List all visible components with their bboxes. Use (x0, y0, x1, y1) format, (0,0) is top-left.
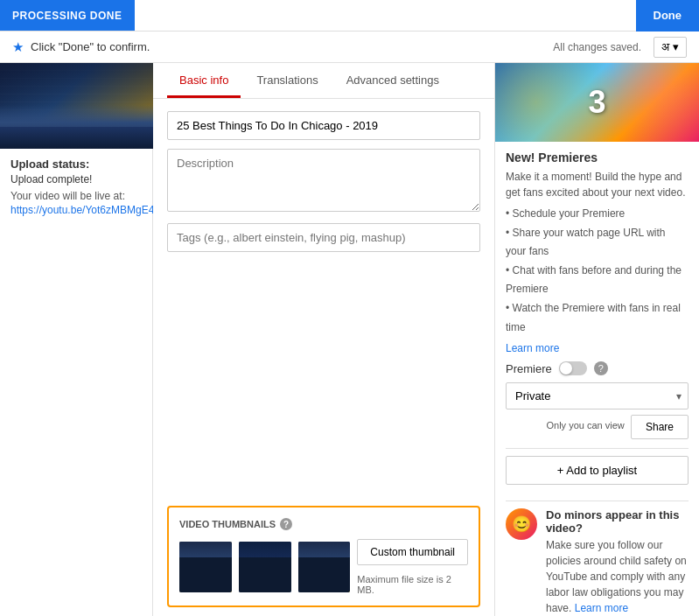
tab-basic-info[interactable]: Basic info (167, 63, 241, 98)
content-guidance-item-1: 😊 Do minors appear in this video? Make s… (506, 508, 689, 616)
video-thumb-inner (0, 63, 153, 149)
notif-right: All changes saved. अ ▾ (553, 37, 687, 58)
top-bar: PROCESSING DONE Done (0, 0, 699, 32)
thumbnails-title-text: VIDEO THUMBNAILS (179, 519, 276, 529)
premiere-toggle-row: Premiere ? (506, 361, 689, 375)
thumbnails-help-icon[interactable]: ? (280, 518, 292, 530)
tab-advanced-settings[interactable]: Advanced settings (334, 63, 451, 98)
right-content: New! Premieres Make it a moment! Build t… (495, 142, 699, 616)
water-reflection-layer (0, 127, 153, 149)
toggle-knob (560, 362, 572, 374)
divider-2 (506, 500, 689, 501)
upload-complete-text: Upload complete! (10, 173, 142, 186)
max-file-size-note: Maximum file size is 2 MB. (357, 574, 468, 595)
guidance-learn-more-1[interactable]: Learn more (575, 602, 628, 614)
premiere-list: • Schedule your Premiere • Share your wa… (506, 205, 689, 337)
guidance-icon-1: 😊 (506, 508, 537, 540)
upload-status-title: Upload status: (10, 158, 142, 171)
privacy-select[interactable]: Private Public Unlisted (506, 382, 689, 410)
right-panel: 3 New! Premieres Make it a moment! Build… (494, 63, 699, 616)
video-thumbnail-main (0, 63, 153, 149)
thumbnails-section: VIDEO THUMBNAILS ? (167, 506, 480, 607)
guidance-desc-1: Make sure you follow our policies around… (546, 537, 689, 616)
upload-status-area: Upload status: Upload complete! Your vid… (0, 149, 152, 225)
add-to-playlist-button[interactable]: + Add to playlist (506, 456, 689, 485)
video-link[interactable]: https://youtu.be/Yot6zMBMgE4 (10, 204, 142, 216)
premiere-toggle[interactable] (559, 361, 587, 375)
title-input[interactable] (167, 111, 480, 140)
notif-text: Click "Done" to confirm. (31, 40, 150, 53)
processing-done-text: PROCESSING DONE (12, 10, 122, 22)
thumbnail-actions: Custom thumbnail Maximum file size is 2 … (357, 539, 468, 595)
thumb-city-1 (179, 542, 232, 592)
guidance-text-1: Do minors appear in this video? Make sur… (546, 508, 689, 616)
all-changes-saved: All changes saved. (553, 41, 641, 53)
thumb-city-2 (239, 542, 291, 592)
privacy-note: Only you can view (546, 420, 624, 430)
thumbnails-title: VIDEO THUMBNAILS ? (179, 518, 468, 530)
premiere-help-icon[interactable]: ? (594, 361, 608, 375)
description-textarea[interactable] (167, 149, 480, 212)
premiere-bullet-4: • Watch the Premiere with fans in real t… (506, 299, 689, 337)
premiere-bullet-2: • Share your watch page URL with your fa… (506, 224, 689, 262)
custom-thumbnail-button[interactable]: Custom thumbnail (357, 539, 468, 565)
language-button[interactable]: अ ▾ (654, 37, 687, 58)
premiere-title: New! Premieres (506, 150, 689, 164)
notif-left: ★ Click "Done" to confirm. (12, 39, 150, 55)
share-button[interactable]: Share (631, 415, 689, 439)
premiere-number: 3 (588, 84, 605, 121)
form-area (153, 99, 494, 497)
premiere-banner: 3 (495, 63, 699, 142)
notification-bar: ★ Click "Done" to confirm. All changes s… (0, 32, 699, 63)
tab-translations[interactable]: Translations (244, 63, 330, 98)
lang-label: अ (661, 40, 669, 54)
video-live-text: Your video will be live at: (10, 190, 142, 202)
left-panel: Upload status: Upload complete! Your vid… (0, 63, 153, 616)
tags-input[interactable] (167, 223, 480, 252)
thumbnail-item-3[interactable] (298, 542, 351, 592)
divider-1 (506, 448, 689, 449)
top-bar-left: PROCESSING DONE (0, 0, 636, 31)
privacy-select-wrap: Private Public Unlisted ▾ (506, 382, 689, 410)
premiere-bullet-1: • Schedule your Premiere (506, 205, 689, 224)
main-layout: Upload status: Upload complete! Your vid… (0, 63, 699, 616)
thumb-city-3 (298, 542, 351, 592)
premiere-description: Make it a moment! Build the hype and get… (506, 169, 689, 200)
thumbnails-row: Custom thumbnail Maximum file size is 2 … (179, 539, 468, 595)
tabs-bar: Basic info Translations Advanced setting… (153, 63, 494, 99)
done-button[interactable]: Done (636, 0, 700, 32)
share-row: Only you can view Share (506, 415, 689, 439)
guidance-title-1: Do minors appear in this video? (546, 508, 689, 535)
lang-dropdown-arrow: ▾ (673, 40, 679, 53)
thumbnail-item-1[interactable] (179, 542, 232, 592)
premiere-learn-more-link[interactable]: Learn more (506, 342, 559, 354)
processing-done-bar: PROCESSING DONE (0, 0, 135, 31)
thumbnail-item-2[interactable] (239, 542, 291, 592)
guidance-emoji-1: 😊 (512, 514, 531, 534)
premiere-bullet-3: • Chat with fans before and during the P… (506, 262, 689, 299)
content-panel: Basic info Translations Advanced setting… (153, 63, 494, 616)
premiere-label: Premiere (506, 362, 552, 375)
star-icon: ★ (12, 39, 24, 55)
